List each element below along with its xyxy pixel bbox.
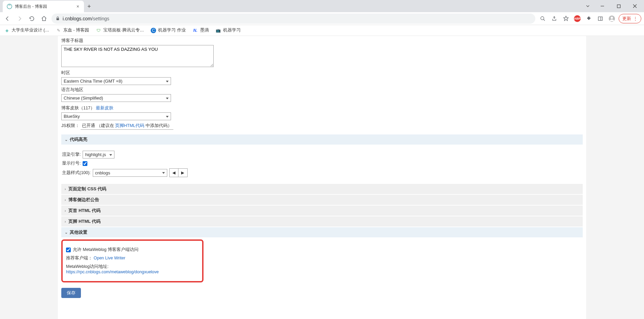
lineno-checkbox[interactable] xyxy=(83,161,87,166)
svg-line-7 xyxy=(543,19,545,21)
js-suggest-prefix: （建议在 xyxy=(96,123,115,128)
tab-close-button[interactable]: × xyxy=(76,4,80,9)
footer-html-link[interactable]: 页脚HTML代码 xyxy=(115,123,144,128)
metaweblog-highlight-box: 允许 MetaWeblog 博客客户端访问 推荐客户端： Open Live W… xyxy=(61,239,203,282)
tab-dropdown-icon[interactable] xyxy=(582,4,594,8)
metaweblog-addr-link[interactable]: https://rpc.cnblogs.com/metaweblog/dongx… xyxy=(66,270,159,274)
chevron-right-icon: › xyxy=(65,198,66,202)
metaweblog-addr-label: MetaWeblog访问地址: xyxy=(66,264,108,269)
allow-metaweblog-checkbox[interactable] xyxy=(66,248,71,252)
home-button[interactable] xyxy=(39,14,49,23)
latest-skin-link[interactable]: 最新皮肤 xyxy=(96,106,113,110)
bookmark-item[interactable]: C机器学习 作业 xyxy=(151,27,186,33)
bookmark-item[interactable]: ✎东血 - 博客园 xyxy=(56,27,89,33)
section-highlight-body: 渲染引擎: highlight.js 显示行号: 主题样式(100): cnbl… xyxy=(61,145,583,184)
svg-rect-2 xyxy=(617,5,620,8)
section-sidebar-header[interactable]: ›博客侧边栏公告 xyxy=(61,195,583,205)
section-other-header[interactable]: ⌄ 其他设置 xyxy=(61,227,583,237)
skin-label-row: 博客皮肤（117） 最新皮肤 xyxy=(61,105,583,111)
chevron-right-icon: › xyxy=(65,187,66,191)
browser-chrome: 博客后台 - 博客园 × + i.cnblogs.com/settings AB… xyxy=(0,0,644,36)
render-engine-label: 渲染引擎: xyxy=(62,152,81,157)
chevron-down-icon: ⌄ xyxy=(65,137,68,142)
abp-icon[interactable]: ABP xyxy=(573,14,582,23)
svg-rect-5 xyxy=(57,18,59,20)
window-minimize-button[interactable] xyxy=(595,1,610,11)
timezone-label: 时区 xyxy=(61,70,583,76)
theme-style-label: 主题样式(100): xyxy=(62,170,91,176)
tab-bar: 博客后台 - 博客园 × + xyxy=(0,0,644,12)
locale-label: 语言与地区 xyxy=(61,87,583,93)
window-close-button[interactable] xyxy=(627,1,643,11)
page-content: 博客子标题 时区 Eastern China Time (GMT +8) 语言与… xyxy=(0,36,644,319)
bookmark-item[interactable]: N.墨滴 xyxy=(193,27,209,33)
theme-prev-button[interactable]: ◀ xyxy=(170,169,178,177)
section-foot-html-header[interactable]: ›页脚 HTML 代码 xyxy=(61,216,583,227)
svg-rect-8 xyxy=(598,17,602,20)
window-maximize-button[interactable] xyxy=(611,1,626,11)
section-css-header[interactable]: ›页面定制 CSS 代码 xyxy=(61,184,583,194)
js-status: 已开通 xyxy=(82,123,95,128)
url-input[interactable]: i.cnblogs.com/settings xyxy=(51,14,535,24)
subtitle-textarea[interactable] xyxy=(61,45,214,67)
section-head-html-header[interactable]: ›页首 HTML 代码 xyxy=(61,206,583,216)
zoom-icon[interactable] xyxy=(538,14,548,23)
svg-point-11 xyxy=(611,17,613,19)
theme-next-button[interactable]: ▶ xyxy=(178,169,187,177)
svg-point-6 xyxy=(541,17,544,20)
reload-button[interactable] xyxy=(27,14,37,23)
bookmark-icon: N. xyxy=(193,28,198,33)
allow-metaweblog-label: 允许 MetaWeblog 博客客户端访问 xyxy=(73,247,138,253)
new-tab-button[interactable]: + xyxy=(84,1,94,12)
update-button[interactable]: 更新⋮ xyxy=(619,14,641,23)
extensions-icon[interactable] xyxy=(584,14,594,23)
timezone-select[interactable]: Eastern China Time (GMT +8) xyxy=(61,77,171,85)
settings-form: 博客子标题 时区 Eastern China Time (GMT +8) 语言与… xyxy=(58,36,586,319)
recommended-client-label: 推荐客户端： xyxy=(66,256,92,260)
lock-icon xyxy=(56,16,60,21)
tab-favicon xyxy=(7,4,12,9)
forward-button[interactable] xyxy=(15,14,24,23)
locale-select[interactable]: Chinese (Simplified) xyxy=(61,94,171,102)
skin-label: 博客皮肤 xyxy=(61,106,79,110)
js-perm-label: JS权限： xyxy=(61,123,80,128)
share-icon[interactable] xyxy=(550,14,559,23)
bookmark-item[interactable]: ◈大学生毕业设计 (… xyxy=(4,27,49,33)
back-button[interactable] xyxy=(3,14,12,23)
bookmark-icon: C xyxy=(151,28,156,33)
lineno-label: 显示行号: xyxy=(62,161,81,166)
side-panel-icon[interactable] xyxy=(596,14,605,23)
skin-count: （117） xyxy=(79,106,95,110)
tab-title: 博客后台 - 博客园 xyxy=(15,4,73,9)
skin-select[interactable]: BlueSky xyxy=(61,112,171,120)
bookmark-icon: 📺 xyxy=(216,28,221,33)
bookmark-icon: ✎ xyxy=(56,28,61,33)
bookmark-icon: 🛡 xyxy=(96,28,101,33)
bookmark-item[interactable]: 🛡宝塔面板·腾讯云专… xyxy=(96,27,144,33)
subtitle-label: 博客子标题 xyxy=(61,38,583,44)
render-engine-select[interactable]: highlight.js xyxy=(83,151,114,158)
chevron-right-icon: › xyxy=(65,220,66,224)
theme-style-select[interactable]: cnblogs xyxy=(93,169,167,177)
chevron-right-icon: › xyxy=(65,209,66,213)
bookmark-star-icon[interactable] xyxy=(561,14,571,23)
address-bar: i.cnblogs.com/settings ABP 更新⋮ xyxy=(0,12,644,25)
profile-icon[interactable] xyxy=(607,14,617,23)
url-text: i.cnblogs.com/settings xyxy=(63,16,531,21)
browser-tab[interactable]: 博客后台 - 博客园 × xyxy=(3,1,84,12)
section-highlight-header[interactable]: ⌄ 代码高亮 xyxy=(61,134,583,145)
js-suggest-suffix: 中添加代码） xyxy=(144,123,172,128)
bookmark-icon: ◈ xyxy=(4,28,9,33)
chevron-down-icon: ⌄ xyxy=(65,230,68,235)
js-permission-row: JS权限： 已开通 （建议在 页脚HTML代码 中添加代码） xyxy=(61,123,583,130)
bookmarks-bar: ◈大学生毕业设计 (… ✎东血 - 博客园 🛡宝塔面板·腾讯云专… C机器学习 … xyxy=(0,25,644,36)
open-live-writer-link[interactable]: Open Live Writer xyxy=(93,256,125,260)
save-button[interactable]: 保存 xyxy=(61,288,81,298)
bookmark-item[interactable]: 📺机器学习 xyxy=(216,27,241,33)
